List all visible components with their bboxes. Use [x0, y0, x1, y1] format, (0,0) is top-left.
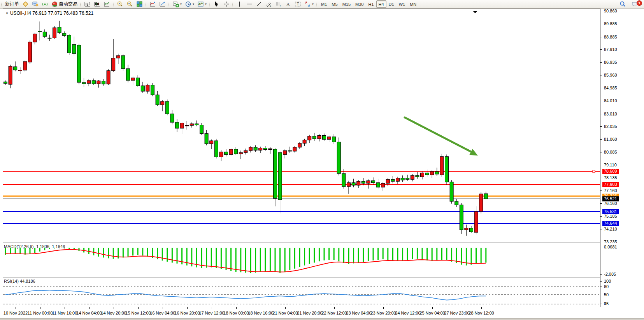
- search-button[interactable]: [618, 0, 628, 8]
- timeframe-mn-button[interactable]: MN: [407, 0, 419, 8]
- candle-body: [259, 148, 262, 150]
- axis-tick: [600, 165, 602, 165]
- macd-axis[interactable]: 0.0681-2.085: [600, 243, 644, 277]
- chat-button[interactable]: 1: [630, 0, 642, 8]
- timeframe-m1-button[interactable]: M1: [319, 0, 329, 8]
- rsi-label[interactable]: RSI(14) 44.8186: [4, 279, 35, 283]
- zoom-out-button[interactable]: [125, 0, 135, 8]
- crosshair-button[interactable]: [221, 0, 231, 8]
- price-axis[interactable]: 90.86089.88588.88587.91086.93585.96084.9…: [600, 9, 644, 242]
- dropdown-arrow-icon[interactable]: ▾: [180, 2, 182, 6]
- time-axis-label: 11 Nov 00:00: [28, 311, 53, 315]
- time-axis-tick: [457, 307, 457, 309]
- price-tick-label: 80.085: [604, 150, 617, 154]
- autotrading-button[interactable]: 自动交易: [50, 0, 79, 8]
- time-axis-label: 23 Nov 20:00: [370, 311, 396, 315]
- panel-divider[interactable]: [3, 243, 600, 243]
- zoom-in-icon: [117, 1, 123, 7]
- axis-tick: [600, 216, 602, 217]
- panel-divider[interactable]: [3, 242, 600, 242]
- dropdown-arrow-icon[interactable]: ▾: [205, 2, 207, 6]
- line-anchor-handle[interactable]: [593, 170, 595, 173]
- candle-body: [14, 67, 17, 70]
- fibonacci-tool-button[interactable]: F: [274, 0, 283, 8]
- line-chart-button[interactable]: [102, 0, 112, 8]
- chart-shift-marker[interactable]: [473, 11, 477, 13]
- gold-button[interactable]: [21, 0, 30, 8]
- bar-chart-button[interactable]: [82, 0, 92, 8]
- axis-tick: [600, 75, 602, 75]
- rsi-axis-label: 80: [604, 284, 609, 289]
- accounts-button[interactable]: [30, 0, 40, 8]
- zoom-in-button[interactable]: [115, 0, 125, 8]
- trendline-tool-button[interactable]: [254, 0, 264, 8]
- candle-body: [18, 70, 22, 71]
- period-clock-button[interactable]: ▾: [183, 0, 196, 8]
- timeframe-h1-button[interactable]: H1: [366, 0, 376, 8]
- main-price-chart[interactable]: [3, 9, 600, 242]
- candle-body: [229, 149, 233, 154]
- new-chart-button[interactable]: ▾: [171, 0, 183, 8]
- time-axis-label: 17 Nov 12:00: [199, 311, 224, 315]
- chart-symbol-ohlc[interactable]: ▼USOil-,H4 76.913 77.071 76.483 76.521: [5, 10, 93, 16]
- candlestick-button[interactable]: [92, 0, 102, 8]
- candle-body: [460, 205, 463, 230]
- arrows-tool-button[interactable]: ▾: [303, 0, 315, 8]
- timeframe-m30-button[interactable]: M30: [353, 0, 366, 8]
- timeframe-m5-button[interactable]: M5: [329, 0, 340, 8]
- arrows-icon: [304, 1, 311, 7]
- chart-left-border: [3, 9, 3, 307]
- rsi-axis[interactable]: 1008050150: [600, 278, 644, 306]
- timeframe-m15-button[interactable]: M15: [340, 0, 353, 8]
- vline-tool-button[interactable]: [235, 0, 244, 8]
- candle-body: [450, 182, 453, 201]
- macd-label[interactable]: MACD(12,26,9) -1.1806 -1.1846: [4, 244, 65, 249]
- time-axis-label: 27 Nov 23:00: [444, 311, 469, 315]
- price-level-badge: 75.531: [602, 209, 619, 214]
- timeframe-d1-button[interactable]: D1: [386, 0, 397, 8]
- cursor-button[interactable]: [212, 0, 221, 8]
- objects-button[interactable]: [158, 0, 167, 8]
- indicators-button[interactable]: [148, 0, 158, 8]
- panel-divider[interactable]: [3, 277, 600, 277]
- candle-body: [234, 149, 238, 154]
- panel-divider[interactable]: [3, 278, 600, 278]
- candle-body: [396, 178, 400, 181]
- indicators-icon: [149, 1, 156, 7]
- candle-body: [327, 137, 331, 140]
- candlestick-icon: [94, 1, 100, 7]
- trend-arrow-annotation[interactable]: [405, 117, 472, 152]
- timeframe-h4-button[interactable]: H4: [376, 0, 386, 8]
- candle-body: [357, 181, 360, 185]
- timeframe-w1-button[interactable]: W1: [397, 0, 408, 8]
- candle-body: [263, 148, 267, 150]
- new-order-button[interactable]: 新订单: [4, 0, 21, 8]
- candle-body: [249, 147, 253, 150]
- template-button[interactable]: ▾: [196, 0, 208, 8]
- toolbar-separator: [79, 1, 82, 7]
- dropdown-arrow-icon[interactable]: ▾: [312, 2, 314, 6]
- candle-body: [214, 141, 218, 157]
- signal-button[interactable]: [40, 0, 50, 8]
- hline-tool-button[interactable]: [244, 0, 254, 8]
- text-tool-button[interactable]: A: [283, 0, 293, 8]
- axis-tick: [600, 24, 602, 24]
- hline-icon: [246, 1, 253, 7]
- candle-body: [116, 56, 120, 58]
- candle-body: [151, 85, 154, 95]
- rsi-indicator-panel[interactable]: [3, 278, 600, 307]
- candle-body: [435, 171, 439, 174]
- text-label-tool-button[interactable]: T: [293, 0, 303, 8]
- candle-body: [455, 201, 458, 205]
- tile-windows-button[interactable]: [135, 0, 144, 8]
- channel-tool-button[interactable]: E: [264, 0, 274, 8]
- zoom-out-icon: [126, 1, 133, 7]
- channel-icon: E: [265, 1, 272, 7]
- candle-body: [479, 194, 483, 211]
- time-axis-label: 28 Nov 12:00: [469, 311, 494, 315]
- time-axis-label: 16 Nov 04:00: [150, 311, 175, 315]
- toolbar-separator: [209, 1, 211, 7]
- dropdown-arrow-icon[interactable]: ▾: [193, 2, 194, 6]
- price-tick-label: 88.885: [604, 35, 617, 39]
- macd-indicator-panel[interactable]: [3, 243, 600, 277]
